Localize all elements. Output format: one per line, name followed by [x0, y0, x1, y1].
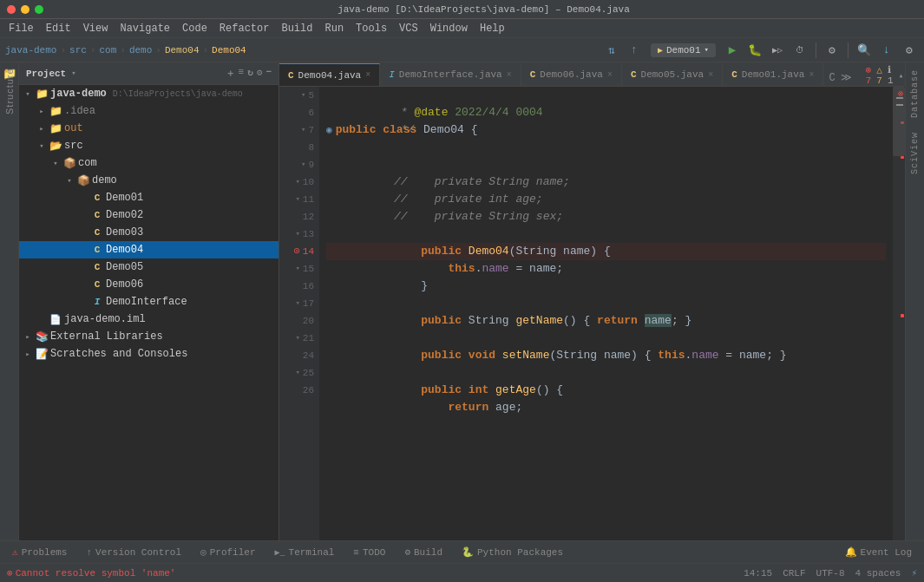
tree-item-Demo03[interactable]: C Demo03 — [19, 224, 279, 241]
profiler-tab[interactable]: ◎ Profiler — [192, 544, 264, 560]
search-everywhere-btn[interactable]: 🔍 — [855, 41, 874, 60]
tree-item-DemoInterface[interactable]: I DemoInterface — [19, 293, 279, 311]
tab-close-btn[interactable]: × — [507, 70, 512, 80]
tree-label: External Libraries — [50, 330, 163, 343]
tab-DemoInterface[interactable]: I DemoInterface.java × — [380, 63, 521, 86]
tree-item-Demo05[interactable]: C Demo05 — [19, 258, 279, 276]
tab-close-btn[interactable]: × — [365, 70, 370, 80]
structure-icon[interactable]: Structure — [2, 83, 17, 99]
vcs-update-btn[interactable]: ⇅ — [602, 41, 621, 60]
profile-btn[interactable]: ⏱ — [790, 41, 809, 60]
tree-item-Demo06[interactable]: C Demo06 — [19, 276, 279, 293]
breadcrumb-com[interactable]: com — [99, 45, 116, 56]
build-btn[interactable]: ⚙ — [822, 41, 842, 60]
terminal-tab[interactable]: ▶_ Terminal — [266, 545, 344, 560]
breadcrumb-java-demo[interactable]: java-demo — [5, 45, 56, 56]
coverage-btn[interactable]: ▶▷ — [768, 41, 787, 60]
tree-item-ext-libs[interactable]: ▸ 📚 External Libraries — [19, 328, 279, 345]
panel-minimize-icon[interactable]: − — [265, 67, 272, 80]
tree-item-Demo01[interactable]: C Demo01 — [19, 189, 279, 206]
breadcrumb-demo04-class[interactable]: Demo04 — [165, 45, 200, 56]
menu-vcs[interactable]: VCS — [394, 21, 423, 36]
run-config-label: Demo01 — [666, 45, 701, 56]
tree-item-com[interactable]: ▾ 📦 com — [19, 154, 279, 172]
database-tab[interactable]: Database — [907, 62, 923, 125]
tabs-menu-btn[interactable]: ≫ — [839, 69, 854, 86]
tab-Demo06[interactable]: C Demo06.java × — [521, 63, 622, 86]
run-config[interactable]: ▶ Demo01 ▾ — [651, 43, 716, 57]
ext-libs-icon: 📚 — [36, 330, 48, 343]
breadcrumb-demo04-method[interactable]: Demo04 — [212, 45, 246, 56]
recent-files-btn[interactable]: C — [827, 70, 836, 86]
menu-navigate[interactable]: Navigate — [115, 21, 175, 36]
cursor-position[interactable]: 14:15 — [744, 568, 772, 579]
panel-add-icon[interactable]: ＋ — [226, 67, 235, 80]
menu-help[interactable]: Help — [475, 21, 510, 36]
tree-item-out[interactable]: ▸ 📁 out — [19, 120, 279, 137]
class-icon: C — [91, 279, 103, 290]
tab-close-btn[interactable]: × — [809, 70, 814, 80]
maximize-btn[interactable] — [35, 5, 43, 14]
menu-window[interactable]: Window — [425, 21, 473, 36]
vc-icon: ↑ — [86, 547, 92, 558]
update-btn[interactable]: ↓ — [877, 41, 896, 60]
tree-item-Demo04[interactable]: C Demo04 — [19, 241, 279, 258]
menu-file[interactable]: File — [3, 21, 39, 36]
menu-run[interactable]: Run — [319, 21, 349, 36]
tree-item-iml[interactable]: 📄 java-demo.iml — [19, 311, 279, 328]
close-btn[interactable] — [7, 5, 16, 14]
menu-code[interactable]: Code — [177, 21, 213, 36]
terminal-label: Terminal — [289, 547, 335, 558]
settings-btn[interactable]: ⚙ — [900, 41, 919, 60]
python-packages-tab[interactable]: 🐍 Python Packages — [453, 544, 572, 560]
tree-item-scratches[interactable]: ▸ 📝 Scratches and Consoles — [19, 345, 279, 363]
tab-Demo01[interactable]: C Demo01.java × — [723, 63, 823, 86]
menu-tools[interactable]: Tools — [351, 21, 392, 36]
tab-close-btn[interactable]: × — [607, 70, 613, 80]
line-ending[interactable]: CRLF — [783, 568, 805, 579]
encoding[interactable]: UTF-8 — [816, 568, 845, 579]
tab-Demo05[interactable]: C Demo05.java × — [622, 63, 723, 86]
tree-item-java-demo[interactable]: ▾ 📁 java-demo D:\IdeaProjects\java-demo — [19, 85, 279, 102]
expand-btn[interactable]: ▴▾ — [899, 70, 905, 81]
breadcrumb-src[interactable]: src — [69, 45, 87, 56]
indent[interactable]: 4 spaces — [855, 568, 901, 579]
tree-item-idea[interactable]: ▸ 📁 .idea — [19, 102, 279, 120]
menu-refactor[interactable]: Refactor — [214, 21, 275, 36]
event-log-tab[interactable]: 🔔 Event Log — [836, 544, 921, 560]
menu-build[interactable]: Build — [276, 21, 318, 36]
build-tab[interactable]: ⚙ Build — [396, 544, 451, 560]
menu-edit[interactable]: Edit — [41, 21, 76, 36]
panel-settings-icon[interactable]: ⚙ — [257, 67, 263, 80]
problems-tab[interactable]: ⚠ Problems — [3, 544, 75, 560]
panel-refresh-icon[interactable]: ↻ — [247, 67, 253, 80]
todo-tab[interactable]: ≡ TODO — [344, 545, 394, 560]
line-24: 24 — [279, 347, 314, 364]
panel-title: Project — [26, 69, 66, 79]
scrollbar-track[interactable]: ⊗ — [893, 87, 905, 540]
line-16: 16 — [279, 278, 314, 295]
tab-close-btn[interactable]: × — [708, 70, 713, 80]
tree-item-src[interactable]: ▾ 📂 src — [19, 137, 279, 154]
tree-item-Demo02[interactable]: C Demo02 — [19, 206, 279, 224]
debug-btn[interactable]: 🐛 — [745, 41, 764, 60]
build-label: Build — [414, 547, 442, 558]
run-btn[interactable]: ▶ — [723, 41, 742, 60]
panel-layout-icon[interactable]: ≡ — [239, 67, 245, 80]
git-status[interactable]: ⚡ — [911, 567, 917, 579]
tab-Demo04[interactable]: C Demo04.java × — [279, 63, 380, 86]
bottom-right-tabs: 🔔 Event Log — [836, 544, 921, 560]
sciview-tab[interactable]: SciView — [907, 125, 923, 181]
menu-view[interactable]: View — [78, 21, 114, 36]
tree-item-demo[interactable]: ▾ 📦 demo — [19, 172, 279, 189]
code-editor[interactable]: ▾ 5 6 ▾ 7 8 ▾ 9 ▾ 10 — [279, 87, 905, 540]
minimize-btn[interactable] — [21, 5, 29, 14]
code-content[interactable]: * @date 2022/4/4 0004 */ ◉ public class … — [319, 87, 893, 540]
version-control-tab[interactable]: ↑ Version Control — [77, 545, 190, 560]
info-count: ℹ 1 — [888, 64, 894, 86]
window-controls[interactable] — [7, 5, 43, 14]
vcs-push-btn[interactable]: ↑ — [625, 41, 644, 60]
breadcrumb-demo[interactable]: demo — [129, 45, 152, 56]
terminal-icon: ▶_ — [275, 547, 285, 558]
code-line-9: // private String name; — [326, 156, 886, 173]
